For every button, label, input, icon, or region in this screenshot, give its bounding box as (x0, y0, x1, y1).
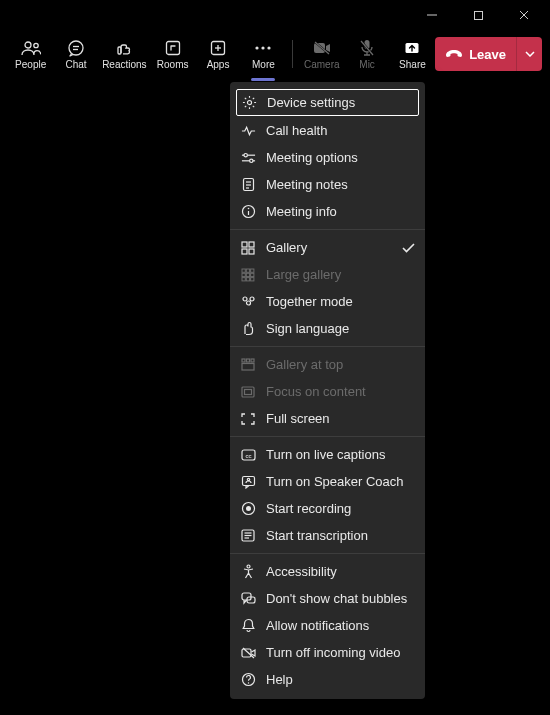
menu-turn-off-video[interactable]: Turn off incoming video (230, 639, 425, 666)
pulse-icon (240, 123, 256, 139)
chat-label: Chat (65, 59, 86, 70)
gear-icon (241, 95, 257, 111)
svg-point-16 (268, 46, 271, 49)
menu-allow-notifications[interactable]: Allow notifications (230, 612, 425, 639)
menu-label: Start recording (266, 501, 415, 516)
rooms-button[interactable]: Rooms (150, 31, 195, 77)
menu-label: Call health (266, 123, 415, 138)
hangup-icon (445, 49, 463, 59)
share-icon (404, 39, 420, 57)
menu-label: Turn off incoming video (266, 645, 415, 660)
svg-rect-10 (166, 41, 179, 54)
svg-rect-54 (251, 359, 254, 362)
more-label: More (252, 59, 275, 70)
check-icon (401, 243, 415, 253)
gallery-top-icon (240, 357, 256, 373)
camera-off-icon (313, 39, 331, 57)
video-off-icon (240, 645, 256, 661)
more-button[interactable]: More (241, 31, 286, 77)
svg-point-50 (250, 297, 254, 301)
svg-rect-42 (251, 269, 254, 272)
svg-rect-46 (242, 277, 245, 280)
menu-chat-bubbles[interactable]: Don't show chat bubbles (230, 585, 425, 612)
menu-meeting-notes[interactable]: Meeting notes (230, 171, 425, 198)
menu-sign-language[interactable]: Sign language (230, 315, 425, 342)
svg-rect-36 (242, 242, 247, 247)
leave-group: Leave (435, 37, 542, 71)
apps-icon (210, 39, 226, 57)
svg-rect-44 (246, 273, 249, 276)
window-close-button[interactable] (502, 0, 546, 30)
svg-rect-9 (118, 47, 121, 54)
large-gallery-icon (240, 267, 256, 283)
menu-live-captions[interactable]: cc Turn on live captions (230, 441, 425, 468)
svg-point-24 (247, 100, 251, 104)
people-button[interactable]: People (8, 31, 53, 77)
menu-start-recording[interactable]: Start recording (230, 495, 425, 522)
window-minimize-button[interactable] (410, 0, 454, 30)
menu-label: Focus on content (266, 384, 415, 399)
menu-speaker-coach[interactable]: Turn on Speaker Coach (230, 468, 425, 495)
menu-device-settings[interactable]: Device settings (236, 89, 419, 116)
svg-point-74 (247, 682, 248, 683)
svg-point-61 (247, 478, 249, 480)
rooms-icon (165, 39, 181, 57)
window-maximize-button[interactable] (456, 0, 500, 30)
menu-meeting-info[interactable]: Meeting info (230, 198, 425, 225)
svg-rect-41 (246, 269, 249, 272)
menu-label: Meeting options (266, 150, 415, 165)
menu-label: Don't show chat bubbles (266, 591, 415, 606)
leave-button[interactable]: Leave (435, 37, 516, 71)
menu-help[interactable]: Help (230, 666, 425, 693)
leave-label: Leave (469, 47, 506, 62)
svg-rect-71 (242, 649, 251, 657)
svg-point-5 (33, 43, 37, 47)
info-icon (240, 204, 256, 220)
reactions-button[interactable]: Reactions (99, 31, 150, 77)
menu-together-mode[interactable]: Together mode (230, 288, 425, 315)
menu-label: Large gallery (266, 267, 415, 282)
more-menu: Device settings Call health Meeting opti… (230, 82, 425, 699)
svg-point-6 (69, 41, 83, 55)
menu-meeting-options[interactable]: Meeting options (230, 144, 425, 171)
leave-options-button[interactable] (516, 37, 542, 71)
camera-button[interactable]: Camera (299, 31, 344, 77)
chat-icon (67, 39, 85, 57)
apps-button[interactable]: Apps (195, 31, 240, 77)
toolbar-separator (292, 40, 293, 68)
menu-full-screen[interactable]: Full screen (230, 405, 425, 432)
svg-point-26 (244, 153, 247, 156)
menu-accessibility[interactable]: Accessibility (230, 558, 425, 585)
svg-rect-53 (247, 359, 250, 362)
menu-label: Meeting info (266, 204, 415, 219)
svg-rect-37 (249, 242, 254, 247)
menu-label: Sign language (266, 321, 415, 336)
svg-text:cc: cc (245, 452, 251, 458)
menu-label: Device settings (267, 95, 414, 110)
accessibility-icon (240, 564, 256, 580)
menu-start-transcription[interactable]: Start transcription (230, 522, 425, 549)
share-button[interactable]: Share (390, 31, 435, 77)
svg-rect-57 (245, 389, 252, 394)
rooms-label: Rooms (157, 59, 189, 70)
record-icon (240, 501, 256, 517)
svg-point-51 (246, 301, 250, 305)
focus-icon (240, 384, 256, 400)
chat-button[interactable]: Chat (53, 31, 98, 77)
mic-button[interactable]: Mic (344, 31, 389, 77)
svg-rect-56 (242, 387, 254, 397)
menu-label: Full screen (266, 411, 415, 426)
chat-bubbles-icon (240, 591, 256, 607)
svg-point-35 (247, 208, 249, 210)
svg-point-49 (243, 297, 247, 301)
sliders-icon (240, 150, 256, 166)
window-titlebar (0, 0, 550, 30)
bell-icon (240, 618, 256, 634)
menu-label: Gallery (266, 240, 391, 255)
menu-gallery[interactable]: Gallery (230, 234, 425, 261)
menu-call-health[interactable]: Call health (230, 117, 425, 144)
gallery-icon (240, 240, 256, 256)
meeting-toolbar: People Chat Reactions Rooms (0, 30, 550, 78)
share-label: Share (399, 59, 426, 70)
more-icon (254, 39, 272, 57)
